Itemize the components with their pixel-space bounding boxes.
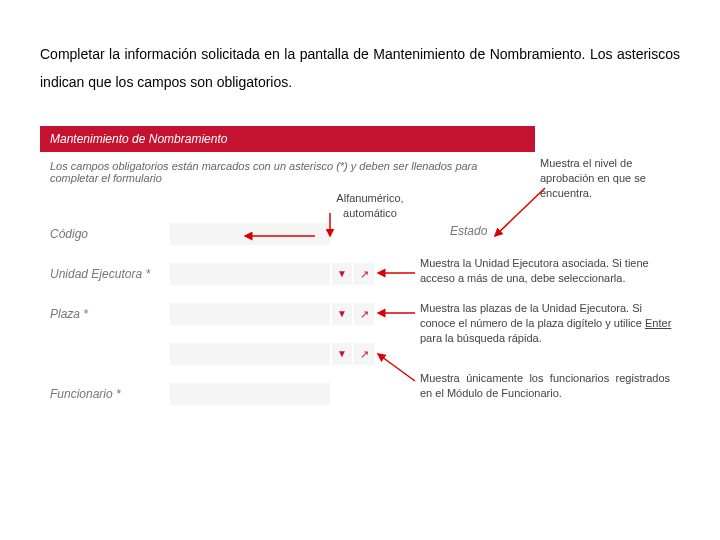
callout-plaza-b: para la búsqueda rápida. — [420, 332, 542, 344]
label-codigo: Código — [40, 227, 170, 241]
callout-alfa: Alfanumérico, automático — [310, 191, 430, 221]
dropdown-extra[interactable]: ▼ — [332, 343, 352, 365]
callout-func: Muestra únicamente los funcionarios regi… — [420, 371, 670, 401]
input-plaza[interactable] — [170, 303, 330, 325]
callout-plaza-enter: Enter — [645, 317, 671, 329]
input-extra[interactable] — [170, 343, 330, 365]
label-funcionario: Funcionario * — [40, 387, 170, 401]
popup-unidad[interactable]: ↗ — [354, 263, 374, 285]
input-funcionario[interactable] — [170, 383, 330, 405]
label-unidad: Unidad Ejecutora * — [40, 267, 170, 281]
popup-plaza[interactable]: ↗ — [354, 303, 374, 325]
label-plaza: Plaza * — [40, 307, 170, 321]
required-hint: Los campos obligatorios están marcados c… — [40, 152, 520, 188]
input-unidad[interactable] — [170, 263, 330, 285]
label-estado: Estado — [450, 224, 487, 238]
dropdown-unidad[interactable]: ▼ — [332, 263, 352, 285]
dropdown-plaza[interactable]: ▼ — [332, 303, 352, 325]
callout-plaza-a: Muestra las plazas de la Unidad Ejecutor… — [420, 302, 645, 329]
callout-plaza: Muestra las plazas de la Unidad Ejecutor… — [420, 301, 680, 346]
callout-nivel: Muestra el nivel de aprobación en que se… — [540, 156, 680, 201]
form-screenshot: Mantenimiento de Nombramiento Los campos… — [40, 126, 680, 446]
form-header: Mantenimiento de Nombramiento — [40, 126, 535, 152]
input-codigo[interactable] — [170, 223, 330, 245]
popup-extra[interactable]: ↗ — [354, 343, 374, 365]
callout-ue: Muestra la Unidad Ejecutora asociada. Si… — [420, 256, 670, 286]
instruction-text: Completar la información solicitada en l… — [40, 40, 680, 96]
